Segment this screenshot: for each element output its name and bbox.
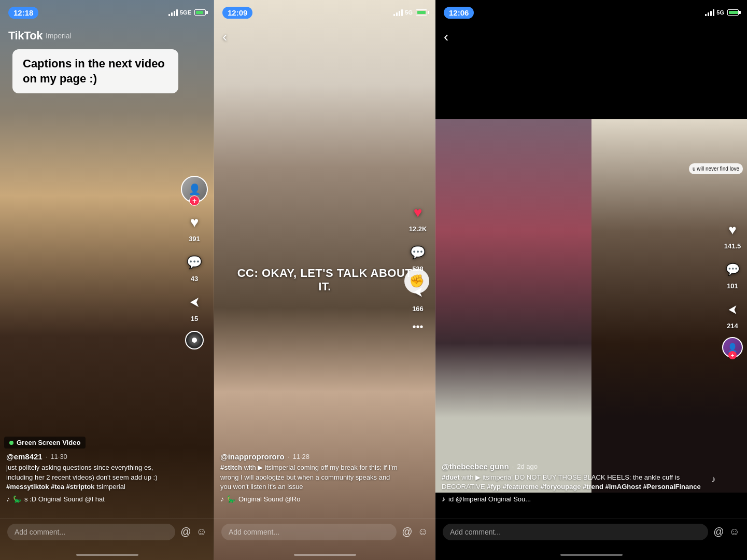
duet-left-video bbox=[435, 119, 591, 493]
follow-button-1[interactable]: + bbox=[189, 195, 200, 206]
time-ago-3: 2d ago bbox=[517, 463, 538, 470]
comment-button-3[interactable]: 💬 bbox=[721, 258, 744, 281]
like-button-2[interactable]: ♥ bbox=[406, 201, 429, 224]
sound-row-1[interactable]: ♪ 🦕 s :D Original Sound @I hat bbox=[6, 495, 177, 503]
like-count-2: 12.2K bbox=[409, 225, 427, 233]
status-time-2: 12:09 bbox=[222, 7, 252, 19]
green-dot bbox=[9, 441, 13, 445]
comment-input-1[interactable]: Add comment... bbox=[7, 524, 175, 540]
comment-count-1: 43 bbox=[191, 275, 198, 283]
tiktok-logo: TikTok bbox=[8, 29, 43, 43]
like-count-3: 141.5 bbox=[724, 242, 741, 250]
comment-button-2[interactable]: 💬 bbox=[406, 241, 429, 264]
green-screen-label: Green Screen Video bbox=[17, 439, 80, 446]
description-2: #stitch with ▶ itsimperial coming off my… bbox=[220, 463, 398, 492]
battery-3 bbox=[727, 9, 739, 16]
time-ago-2: 11·28 bbox=[292, 453, 309, 460]
battery-1 bbox=[194, 9, 206, 16]
reply-tooltip: u will never find love bbox=[689, 163, 743, 174]
at-icon-1[interactable]: @ bbox=[180, 526, 191, 538]
tiny-avatar-3[interactable]: 👤 + bbox=[722, 337, 743, 358]
music-disc-1[interactable] bbox=[185, 331, 204, 349]
time-ago-1: 11·30 bbox=[50, 453, 67, 460]
caption-bubble: Captions in the next video on my page :) bbox=[12, 49, 178, 93]
description-3: #duet with ▶ itsimperial DO NOT BUY THOS… bbox=[442, 473, 712, 492]
avatar-container-1[interactable]: 👤 + bbox=[181, 176, 208, 203]
back-button-2[interactable]: ‹ bbox=[222, 29, 227, 45]
music-note-disc-3: ♪ bbox=[711, 474, 716, 485]
music-note-1: ♪ bbox=[6, 495, 10, 503]
share-count-2: 166 bbox=[412, 305, 424, 313]
comment-bar-3: Add comment... @ ☺ bbox=[435, 519, 747, 544]
panel-1: 12:18 5GE TikTok Imperial Captions in th… bbox=[0, 0, 214, 560]
like-group-1: ♥ 391 bbox=[183, 211, 206, 243]
status-bar-1: 12:18 5GE bbox=[0, 0, 214, 25]
description-1: just politely asking questions since eve… bbox=[6, 463, 177, 492]
action-buttons-2: ♥ 12.2K 💬 528 166 ••• bbox=[406, 201, 429, 333]
like-button-1[interactable]: ♥ bbox=[183, 211, 206, 234]
comment-bar-2: Add comment... @ ☺ bbox=[214, 519, 435, 544]
emoji-icon-2[interactable]: ☺ bbox=[418, 526, 428, 538]
like-button-3[interactable]: ♥ bbox=[721, 218, 744, 241]
status-time-3: 12:06 bbox=[444, 7, 474, 19]
signal-bars-2 bbox=[393, 9, 403, 16]
follow-small-3[interactable]: + bbox=[728, 351, 737, 359]
home-indicator-2 bbox=[294, 554, 356, 556]
sound-label-1: s :D Original Sound @I hat bbox=[24, 495, 105, 503]
action-buttons-3: ♥ 141.5 💬 101 214 ••• bbox=[721, 177, 744, 348]
reply-tooltip-text: u will never find love bbox=[693, 166, 739, 172]
home-indicator-3 bbox=[560, 554, 623, 556]
sound-emoji-2: 🦕 bbox=[227, 495, 235, 503]
comment-button-1[interactable]: 💬 bbox=[183, 251, 206, 274]
share-button-1[interactable] bbox=[183, 291, 206, 314]
panel-3: 12:06 5G ‹ u will never find love 👤 + ♥ … bbox=[435, 0, 747, 560]
caption-text: Captions in the next video on my page :) bbox=[23, 57, 165, 85]
battery-2 bbox=[416, 9, 427, 16]
comment-bar-1: Add comment... @ ☺ bbox=[0, 519, 214, 544]
emoji-icon-3[interactable]: ☺ bbox=[729, 526, 740, 538]
sound-row-3[interactable]: ♪ id @Imperial Original Sou... bbox=[442, 495, 712, 503]
tiktok-header: TikTok Imperial bbox=[0, 25, 214, 47]
comment-count-3: 101 bbox=[727, 282, 738, 290]
at-icon-3[interactable]: @ bbox=[713, 526, 724, 538]
sound-row-2[interactable]: ♪ 🦕 Original Sound @Ro bbox=[220, 495, 398, 503]
panel-2: 12:09 5G ‹ CC: OKAY, LET'S TALK ABOUT IT… bbox=[214, 0, 435, 560]
network-label-3: 5G bbox=[716, 9, 724, 16]
sound-emoji-1: 🦕 bbox=[13, 495, 21, 503]
more-button-2[interactable]: ••• bbox=[412, 321, 423, 333]
disc-group-1 bbox=[185, 331, 204, 349]
username-1: @em8421 bbox=[6, 452, 43, 461]
status-bar-2: 12:09 5G bbox=[214, 0, 435, 25]
dot-1: · bbox=[46, 453, 48, 460]
bottom-info-1: @em8421 · 11·30 just politely asking que… bbox=[0, 452, 183, 503]
username-row-3: @thebeebee gunn · 2d ago bbox=[442, 462, 712, 471]
comment-input-2[interactable]: Add comment... bbox=[221, 524, 397, 540]
back-button-3[interactable]: ‹ bbox=[444, 29, 448, 45]
music-note-3: ♪ bbox=[442, 495, 445, 503]
username-row-2: @inapproprororo · 11·28 bbox=[220, 452, 398, 461]
duet-video-area bbox=[435, 119, 747, 493]
comment-group-1: 💬 43 bbox=[183, 251, 206, 283]
status-right-3: 5G bbox=[705, 9, 739, 16]
bottom-info-3: @thebeebee gunn · 2d ago #duet with ▶ it… bbox=[435, 462, 718, 503]
share-group-1: 15 bbox=[183, 291, 206, 323]
username-2: @inapproprororo bbox=[220, 452, 285, 461]
status-right-2: 5G bbox=[393, 9, 427, 16]
cc-text: CC: OKAY, LET'S TALK ABOUT IT. bbox=[236, 267, 414, 293]
music-note-2: ♪ bbox=[220, 495, 224, 503]
panel-divider-1 bbox=[214, 0, 214, 560]
sound-label-3: id @Imperial Original Sou... bbox=[448, 495, 531, 503]
status-time-1: 12:18 bbox=[8, 7, 38, 19]
comment-input-3[interactable]: Add comment... bbox=[443, 524, 708, 540]
at-icon-2[interactable]: @ bbox=[402, 526, 412, 538]
network-label-1: 5GE bbox=[180, 9, 191, 16]
panel-divider-2 bbox=[435, 0, 435, 560]
status-right-1: 5GE bbox=[168, 9, 206, 16]
green-screen-badge: Green Screen Video bbox=[4, 437, 86, 449]
share-button-3[interactable] bbox=[721, 298, 744, 321]
imperial-label: Imperial bbox=[46, 32, 72, 40]
signal-bars-1 bbox=[168, 9, 178, 16]
signal-bars-3 bbox=[705, 9, 714, 16]
emoji-icon-1[interactable]: ☺ bbox=[196, 526, 207, 538]
share-count-1: 15 bbox=[191, 315, 198, 323]
